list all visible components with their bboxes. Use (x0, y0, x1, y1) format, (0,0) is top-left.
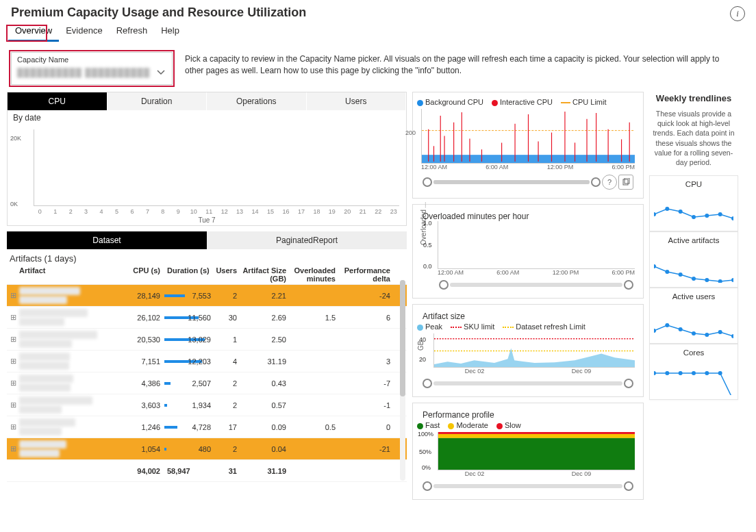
table-row[interactable]: ⊞ 1,054 480 2 0.04 -21 (7, 438, 407, 460)
table-row[interactable]: ⊞ 26,102 11,560 30 2.69 1.5 6 (7, 307, 407, 329)
description-text: Pick a capacity to review in the Capacit… (185, 52, 749, 85)
perf-profile-card: Performance profile FastModerateSlow 100… (412, 403, 644, 500)
spark-title: Cores (654, 349, 733, 357)
table-scrollbar[interactable] (400, 280, 405, 481)
table-row[interactable]: ⊞ 3,603 1,934 2 0.57 -1 (7, 394, 407, 416)
y-tick: 100% (418, 431, 433, 438)
overloaded-slider[interactable] (433, 276, 639, 294)
spark-title: Active artifacts (654, 236, 733, 244)
spark-active-artifacts[interactable]: Active artifacts (649, 231, 738, 288)
metric-tab-users[interactable]: Users (307, 92, 407, 110)
svg-point-47 (705, 333, 709, 337)
cpu-timeline-card: Background CPUInteractive CPUCPU Limit 2… (412, 92, 644, 199)
x-tick: 12:00 PM (553, 269, 579, 276)
col-artifact[interactable]: Artifact (19, 266, 122, 283)
x-tick: Dec 09 (572, 470, 592, 477)
expand-icon[interactable]: ⊞ (7, 313, 19, 322)
perf-legend: FastModerateSlow (417, 420, 639, 432)
perf-chart[interactable]: 100% 50% 0% (438, 432, 635, 470)
artifact-tab-paginated[interactable]: PaginatedReport (207, 231, 407, 249)
x-sublabel: Tue 7 (8, 216, 406, 224)
col-cpu[interactable]: CPU (s) (122, 266, 164, 283)
expand-icon[interactable]: ⊞ (7, 379, 19, 388)
svg-rect-26 (438, 432, 635, 434)
expand-icon[interactable]: ⊞ (7, 335, 19, 344)
tab-refresh[interactable]: Refresh (110, 23, 155, 42)
svg-point-43 (654, 329, 656, 333)
tab-help[interactable]: Help (154, 23, 186, 42)
svg-point-53 (692, 371, 696, 375)
metric-tab-duration[interactable]: Duration (108, 92, 207, 110)
y-tick: 50% (419, 448, 431, 455)
x-tick: 12:00 AM (438, 269, 464, 276)
svg-point-31 (679, 210, 683, 214)
spark-cpu[interactable]: CPU (649, 175, 738, 231)
time-slider[interactable]: ? (417, 170, 639, 194)
size-slider[interactable] (417, 375, 639, 392)
metric-tab-operations[interactable]: Operations (207, 92, 307, 110)
col-perf[interactable]: Performance delta (340, 266, 394, 283)
svg-rect-28 (438, 438, 635, 470)
expand-icon[interactable]: ⊞ (7, 291, 19, 300)
expand-icon[interactable]: ⊞ (7, 422, 19, 431)
overloaded-title: Overloaded minutes per hour (417, 209, 639, 221)
x-tick: 6:00 AM (486, 164, 508, 170)
picker-label: Capacity Name (17, 55, 166, 64)
metric-tab-cpu[interactable]: CPU (8, 92, 108, 110)
col-duration[interactable]: Duration (s) (164, 266, 214, 283)
table-row[interactable]: ⊞ 4,386 2,507 2 0.43 -7 (7, 372, 407, 394)
spark-active-users[interactable]: Active users (649, 288, 738, 344)
svg-point-30 (665, 207, 669, 211)
svg-point-33 (705, 214, 709, 218)
svg-point-29 (654, 212, 656, 216)
size-legend: PeakSKU limitDataset refresh Limit (417, 321, 639, 333)
perf-slider[interactable] (417, 477, 639, 495)
svg-point-41 (718, 279, 722, 283)
overloaded-chart[interactable]: Overloaded ... 1.0 0.5 0.0 (438, 221, 635, 269)
copy-icon[interactable] (618, 175, 633, 190)
col-users[interactable]: Users (214, 266, 241, 283)
svg-point-32 (692, 215, 696, 219)
svg-point-38 (679, 273, 683, 277)
y-tick: 20K (10, 135, 21, 142)
x-tick: Dec 09 (572, 368, 592, 375)
by-date-title: By date (8, 110, 406, 123)
expand-icon[interactable]: ⊞ (7, 401, 19, 409)
table-row[interactable]: ⊞ 7,151 12,203 4 31.19 3 (7, 351, 407, 372)
x-tick: 12:00 AM (421, 164, 447, 170)
svg-point-36 (654, 264, 656, 268)
x-tick: 6:00 PM (612, 164, 635, 170)
x-tick: 6:00 PM (612, 269, 635, 276)
weekly-desc: These visuals provide a quick look at hi… (649, 109, 738, 171)
table-row[interactable]: ⊞ 1,246 4,728 17 0.09 0.5 0 (7, 416, 407, 438)
table-row[interactable]: ⊞ 20,530 13,029 1 2.50 (7, 329, 407, 351)
y-tick: 0.5 (423, 242, 432, 249)
chevron-down-icon (157, 68, 165, 79)
capacity-picker[interactable]: Capacity Name ██████████ ██████████ (11, 52, 173, 85)
x-tick: 6:00 AM (496, 269, 519, 276)
cpu-timeline-chart[interactable]: 200 (421, 109, 635, 164)
artifacts-card: Dataset PaginatedReport Artifacts (1 day… (7, 231, 407, 482)
y-tick: 20 (419, 356, 426, 363)
table-row[interactable]: ⊞ 28,149 7,553 2 2.21 -24 (7, 285, 407, 307)
col-overloaded[interactable]: Overloaded minutes (290, 266, 340, 283)
svg-point-45 (679, 327, 683, 331)
svg-point-40 (705, 278, 709, 282)
svg-point-46 (692, 331, 696, 335)
artifact-tab-dataset[interactable]: Dataset (7, 231, 207, 249)
help-icon[interactable]: ? (602, 175, 617, 190)
spark-title: Active users (654, 292, 733, 301)
x-tick: Dec 02 (465, 368, 485, 375)
artifact-size-chart[interactable]: 40 20 GB (433, 333, 635, 368)
col-size[interactable]: Artifact Size (GB) (241, 266, 290, 283)
tab-evidence[interactable]: Evidence (59, 23, 109, 42)
svg-point-54 (705, 371, 709, 375)
y-tick: 0% (422, 464, 431, 471)
spark-cores[interactable]: Cores (649, 344, 738, 400)
bars-container[interactable]: 01234567891011121314151617181920212223 (34, 129, 399, 206)
svg-rect-22 (623, 179, 628, 185)
tab-overview[interactable]: Overview (8, 23, 59, 42)
expand-icon[interactable]: ⊞ (7, 444, 19, 453)
expand-icon[interactable]: ⊞ (7, 357, 19, 366)
info-icon[interactable]: i (730, 6, 745, 21)
